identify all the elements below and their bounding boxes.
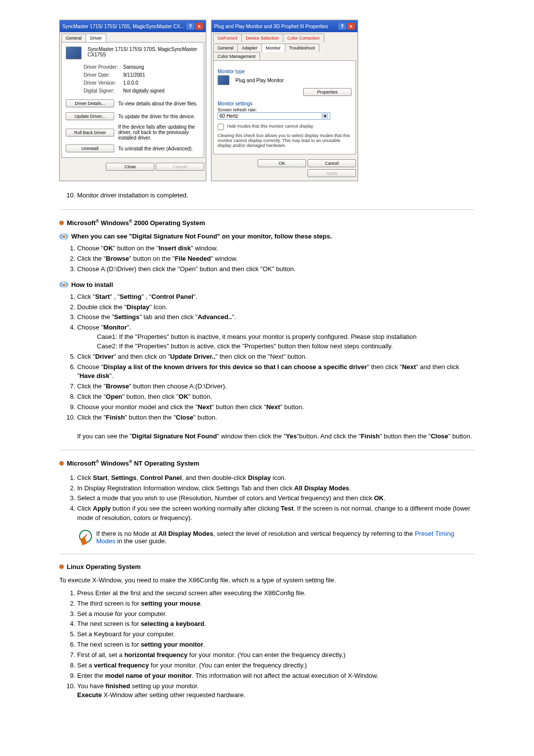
winnt-steps: Click Start, Settings, Control Panel, an… <box>77 473 475 523</box>
bullet-icon <box>59 221 64 225</box>
win2000-header: Microsoft® Windows® 2000 Operating Syste… <box>59 219 475 227</box>
howto-steps: Click "Start" , "Setting" , "Control Pan… <box>77 292 475 441</box>
update-driver-button[interactable]: Update Driver... <box>66 112 114 120</box>
note-text: If there is no Mode at All Display Modes… <box>96 530 475 545</box>
completion-list: Monitor driver installation is completed… <box>77 191 475 200</box>
list-item: Click the "Browse" button then choose A:… <box>77 382 475 391</box>
tab-driver[interactable]: Driver <box>86 34 106 42</box>
ok-button[interactable]: OK <box>258 159 306 167</box>
list-item: In Display Registration Information wind… <box>77 484 475 493</box>
rollback-desc: If the device fails after updating the d… <box>118 124 200 141</box>
bullet-icon <box>59 565 64 569</box>
tab-troubleshoot[interactable]: Troubleshoot <box>285 44 319 52</box>
tab-adapter[interactable]: Adapter <box>237 44 262 52</box>
list-item: First of all, set a horizontal frequency… <box>77 651 475 660</box>
monitor-icon <box>66 47 82 59</box>
info-icon: ● <box>59 281 68 288</box>
dsig-subheader: ● When you can see "Digital Signature No… <box>59 233 475 240</box>
note-icon: ✓ <box>79 530 92 545</box>
uninstall-desc: To uninstall the driver (Advanced). <box>118 146 200 151</box>
provider-label: Driver Provider: <box>84 64 123 70</box>
list-item: Click the "Finish" button then the "Clos… <box>77 413 475 441</box>
winnt-header: Microsoft® Windows® NT Operating System <box>59 459 475 467</box>
list-item: Choose your monitor model and click the … <box>77 403 475 412</box>
list-item: Choose "OK" button on the "Insert disk" … <box>77 244 475 253</box>
tab-color-correction[interactable]: Color Correction <box>283 34 324 42</box>
list-item: The third screen is for setting your mou… <box>77 599 475 609</box>
dialog-title: Plug and Play Monitor and 3D Prophet III… <box>214 24 328 29</box>
sub1-text: When you can see "Digital Signature Not … <box>71 233 332 240</box>
list-item: Set a vertical frequency for your monito… <box>77 661 475 670</box>
monitor-name: Plug and Play Monitor <box>235 78 352 83</box>
refresh-value: 60 Hertz <box>220 113 238 119</box>
refresh-label: Screen refresh rate: <box>218 107 352 112</box>
info-icon: ● <box>59 233 68 240</box>
driver-properties-dialog: SyncMaster 171S/ 175S/ 170S, MagicSyncMa… <box>59 20 206 181</box>
tab-general[interactable]: General <box>213 44 238 52</box>
signer-label: Digital Signer: <box>84 88 123 94</box>
bullet-icon <box>59 461 64 466</box>
list-item: Click the "Browse" button on the "File N… <box>77 254 475 264</box>
step-10: Monitor driver installation is completed… <box>77 191 475 200</box>
dialog-title: SyncMaster 171S/ 175S/ 170S, MagicSyncMa… <box>62 24 184 29</box>
list-item: Click the "Open" button, then click "OK"… <box>77 392 475 402</box>
list-item: You have finished setting up your monito… <box>77 682 475 701</box>
titlebar: SyncMaster 171S/ 175S/ 170S, MagicSyncMa… <box>60 20 206 32</box>
warning-text: Clearing this check box allows you to se… <box>218 133 352 148</box>
list-item: Click Start, Settings, Control Panel, an… <box>77 473 475 483</box>
checkbox-input[interactable] <box>218 124 224 130</box>
date-value: 9/11/2001 <box>123 72 145 78</box>
list-item: Click "Start" , "Setting" , "Control Pan… <box>77 292 475 302</box>
details-desc: To view details about the driver files. <box>118 101 200 106</box>
linux-intro: To execute X-Window, you need to make th… <box>59 576 475 584</box>
linux-header-text: Linux Operating System <box>67 563 141 570</box>
divider <box>59 209 475 210</box>
linux-steps: Press Enter at the first and the second … <box>77 589 475 700</box>
hide-modes-label: Hide modes that this monitor cannot disp… <box>227 124 313 129</box>
provider-value: Samsung <box>123 64 144 70</box>
close-icon[interactable]: × <box>347 23 355 30</box>
date-label: Driver Date: <box>84 72 123 78</box>
driver-details-button[interactable]: Driver Details... <box>66 99 114 107</box>
list-item: Click Apply button if you see the screen… <box>77 504 475 523</box>
monitor-settings-label: Monitor settings <box>218 101 352 106</box>
monitor-properties-dialog: Plug and Play Monitor and 3D Prophet III… <box>211 20 358 181</box>
help-icon[interactable]: ? <box>186 23 194 30</box>
divider <box>59 450 475 450</box>
properties-button[interactable]: Properties <box>303 88 352 96</box>
list-item: Choose the "Settings" tab and then click… <box>77 313 475 322</box>
list-item: Select a mode that you wish to use (Reso… <box>77 494 475 503</box>
list-item: Enter the model name of your monitor. Th… <box>77 671 475 681</box>
howto-subheader: ● How to install <box>59 281 475 288</box>
linux-header: Linux Operating System <box>59 563 475 570</box>
sub2-text: How to install <box>71 281 113 288</box>
list-item: Choose "Monitor". Case1: If the "Propert… <box>77 323 475 351</box>
monitor-icon <box>218 75 229 85</box>
list-item: Double click the "Display" Icon. <box>77 303 475 312</box>
uninstall-button[interactable]: Uninstall <box>66 144 114 152</box>
cancel-button[interactable]: Cancel <box>308 159 356 167</box>
version-label: Driver Version: <box>84 80 123 86</box>
tab-monitor[interactable]: Monitor <box>262 44 285 52</box>
list-item: The next screen is for setting your moni… <box>77 640 475 650</box>
rollback-button[interactable]: Roll Back Driver <box>66 129 114 137</box>
titlebar: Plug and Play Monitor and 3D Prophet III… <box>212 20 357 32</box>
help-icon[interactable]: ? <box>338 23 346 30</box>
tab-device-selection[interactable]: Device Selection <box>241 34 283 42</box>
chevron-down-icon: ▾ <box>321 113 328 119</box>
list-item: Click "Driver" and then click on "Update… <box>77 352 475 362</box>
tab-color-mgmt[interactable]: Color Management <box>213 52 260 60</box>
close-button[interactable]: Close <box>106 163 154 171</box>
monitor-type-label: Monitor type <box>218 69 352 74</box>
close-icon[interactable]: × <box>195 23 203 30</box>
tab-geforce3[interactable]: GeForce3 <box>213 34 242 42</box>
case1: Case1: If the "Properties" button is ina… <box>97 332 475 342</box>
list-item: Set a mouse for your computer. <box>77 610 475 619</box>
dsig-steps: Choose "OK" button on the "Insert disk" … <box>77 244 475 274</box>
hide-modes-checkbox[interactable]: Hide modes that this monitor cannot disp… <box>218 124 313 130</box>
tab-general[interactable]: General <box>61 34 86 42</box>
list-item: Choose A:(D:\Driver) then click the "Ope… <box>77 265 475 274</box>
note-box: ✓ If there is no Mode at All Display Mod… <box>79 530 475 545</box>
refresh-dropdown[interactable]: 60 Hertz ▾ <box>218 112 330 120</box>
list-item: Press Enter at the first and the second … <box>77 589 475 598</box>
